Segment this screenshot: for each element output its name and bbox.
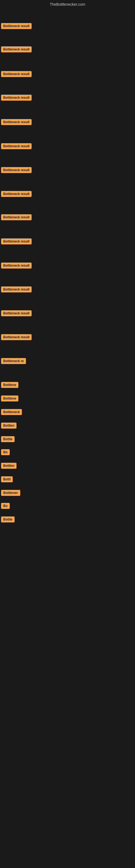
bottleneck-badge-24: Bottlenec [1, 490, 20, 496]
bottleneck-badge-4: Bottleneck result [1, 95, 32, 101]
bottleneck-badge-16: Bottlene [1, 382, 18, 388]
bottleneck-badge-14: Bottleneck result [1, 334, 32, 340]
bottleneck-badge-23: Bottl [1, 476, 13, 482]
bottleneck-badge-18: Bottleneck [1, 409, 22, 415]
bottleneck-badge-10: Bottleneck result [1, 239, 32, 244]
bottleneck-badge-2: Bottleneck result [1, 46, 32, 52]
bottleneck-badge-13: Bottleneck result [1, 310, 32, 316]
bottleneck-badge-20: Bottle [1, 436, 14, 442]
bottleneck-badge-21: Bo [1, 449, 10, 455]
site-title: TheBottlenecker.com [0, 0, 135, 8]
bottleneck-badge-3: Bottleneck result [1, 71, 32, 77]
bottleneck-badge-7: Bottleneck result [1, 167, 32, 173]
bottleneck-badge-22: Bottlen [1, 463, 16, 469]
bottleneck-badge-15: Bottleneck re [1, 358, 26, 364]
bottleneck-badge-26: Bottle [1, 517, 14, 522]
bottleneck-badge-11: Bottleneck result [1, 262, 32, 269]
bottleneck-badge-5: Bottleneck result [1, 119, 32, 125]
bottleneck-badge-12: Bottleneck result [1, 286, 32, 292]
bottleneck-badge-25: Bo [1, 503, 10, 509]
badges-container: Bottleneck resultBottleneck resultBottle… [0, 8, 135, 868]
bottleneck-badge-6: Bottleneck result [1, 143, 32, 149]
bottleneck-badge-19: Bottlen [1, 423, 16, 429]
bottleneck-badge-17: Bottlene [1, 396, 18, 401]
bottleneck-badge-1: Bottleneck result [1, 23, 32, 29]
bottleneck-badge-8: Bottleneck result [1, 191, 32, 197]
bottleneck-badge-9: Bottleneck result [1, 214, 32, 220]
